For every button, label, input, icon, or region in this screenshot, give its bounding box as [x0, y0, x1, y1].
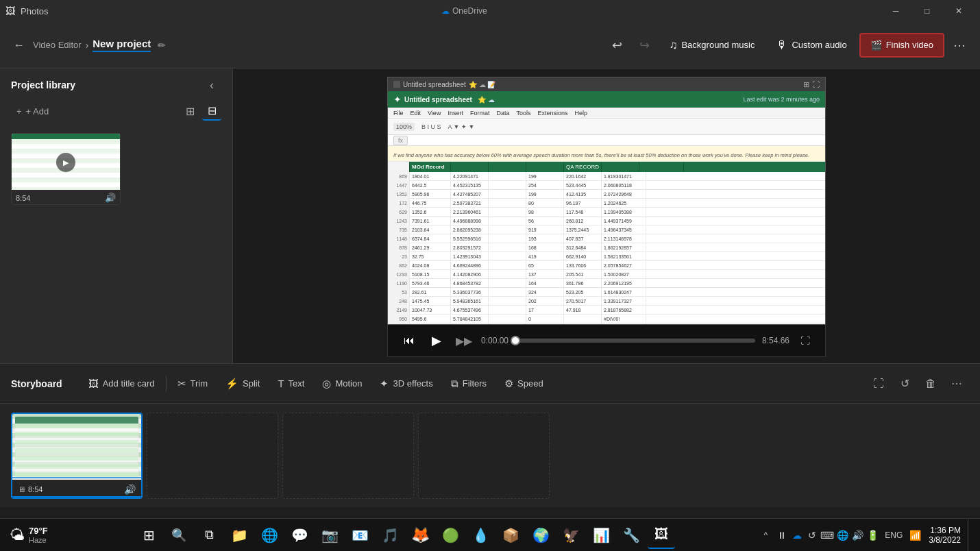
collapse-panel-button[interactable]: ‹ — [202, 75, 221, 95]
menu-view[interactable]: View — [428, 110, 441, 117]
tray-overflow-button[interactable]: ^ — [757, 522, 774, 549]
tray-network-icon[interactable]: 🌐 — [835, 522, 849, 549]
grid-view-button[interactable]: ⊞ — [180, 101, 199, 121]
lang-indicator[interactable]: ENG — [881, 522, 907, 549]
trim-button[interactable]: ✂ Trim — [169, 371, 217, 396]
menu-data[interactable]: Data — [496, 110, 509, 117]
taskbar-app-5[interactable]: 📧 — [346, 522, 373, 549]
trim-icon: ✂ — [177, 378, 186, 390]
play-button[interactable]: ▶ — [426, 330, 447, 351]
onedrive-label: OneDrive — [452, 6, 487, 16]
taskbar-app-7[interactable]: 🦊 — [406, 522, 434, 549]
notice-text: If we find anyone who has accuracy below… — [393, 152, 809, 158]
effects-3d-button[interactable]: ✦ 3D effects — [371, 371, 441, 396]
close-button[interactable]: ✕ — [943, 0, 975, 22]
taskbar-app-11[interactable]: 🌍 — [527, 522, 554, 549]
add-title-card-button[interactable]: 🖼 Add title card — [80, 371, 163, 396]
taskbar-app-9[interactable]: 💧 — [467, 522, 494, 549]
taskbar-app-12[interactable]: 🦅 — [557, 522, 585, 549]
project-library-title: Project library — [11, 79, 75, 90]
timeline-clip[interactable]: 🖥 8:54 🔊 — [11, 413, 143, 499]
resize-button[interactable]: ⛶ — [866, 371, 891, 396]
rewind-button[interactable]: ⏮ — [399, 330, 419, 351]
preview-window: Untitled spreadsheet ⭐ ☁ 📝 ⊞ ⛶ ✦ Untitle… — [387, 77, 826, 325]
menu-format[interactable]: Format — [470, 110, 490, 117]
split-button[interactable]: ⚡ Split — [217, 371, 268, 396]
skip-button[interactable]: ▶▶ — [454, 330, 474, 351]
taskbar-app-10[interactable]: 📦 — [497, 522, 524, 549]
app-name-label: Video Editor — [33, 40, 82, 50]
tray-battery-icon[interactable]: 🔋 — [866, 522, 879, 549]
taskbar-app-3[interactable]: 💬 — [286, 522, 313, 549]
weather-widget[interactable]: 🌤 79°F Haze — [4, 519, 53, 552]
edit-project-name-button[interactable]: ✏ — [158, 40, 166, 51]
redo-button[interactable]: ↪ — [632, 33, 657, 58]
undo-button[interactable]: ↩ — [604, 33, 629, 58]
more-options-button[interactable]: ⋯ — [947, 33, 972, 58]
speed-button[interactable]: ⚙ Speed — [496, 371, 552, 396]
taskview-button[interactable]: ⧉ — [195, 522, 223, 549]
add-media-button[interactable]: + + Add — [11, 103, 54, 119]
plus-icon: + — [16, 106, 22, 117]
taskbar-app-13[interactable]: 📊 — [587, 522, 615, 549]
motion-icon: ◎ — [322, 378, 331, 390]
taskbar-app-2[interactable]: 🌐 — [256, 522, 283, 549]
taskbar-app-1[interactable]: 📁 — [225, 522, 253, 549]
background-music-button[interactable]: ♫ Background music — [659, 33, 764, 58]
menu-edit[interactable]: Edit — [411, 110, 421, 117]
show-desktop-button[interactable] — [968, 519, 976, 552]
menu-extensions[interactable]: Extensions — [537, 110, 567, 117]
tray-keyboard-icon[interactable]: ⌨ — [820, 522, 834, 549]
delete-button[interactable]: 🗑 — [918, 371, 943, 396]
minimize-button[interactable]: ─ — [880, 0, 911, 22]
taskbar-clock[interactable]: 1:36 PM 3/8/2022 — [923, 526, 966, 545]
taskbar-app-4[interactable]: 📷 — [316, 522, 343, 549]
empty-slot-2 — [282, 413, 414, 499]
menu-help[interactable]: Help — [574, 110, 587, 117]
finish-video-button[interactable]: 🎬 Finish video — [859, 33, 944, 58]
audio-icon: 🎙 — [776, 39, 787, 51]
filters-button[interactable]: ⧉ Filters — [443, 371, 495, 396]
clock-date: 3/8/2022 — [929, 535, 961, 545]
taskbar: 🌤 79°F Haze ⊞ 🔍 ⧉ 📁 🌐 💬 📷 📧 🎵 🦊 🟢 💧 📦 🌍 … — [0, 518, 980, 551]
video-thumbnail[interactable]: ▶ 8:54 🔊 — [11, 133, 121, 205]
effects-3d-icon: ✦ — [380, 378, 389, 390]
maximize-button[interactable]: □ — [911, 0, 943, 22]
start-button[interactable]: ⊞ — [135, 522, 162, 549]
taskbar-app-photos[interactable]: 🖼 — [648, 522, 675, 549]
wifi-icon[interactable]: 📶 — [908, 522, 922, 549]
custom-audio-button[interactable]: 🎙 Custom audio — [767, 33, 856, 58]
titlebar-app-name: Photos — [21, 6, 48, 16]
photos-icon: 🖼 — [5, 5, 15, 16]
clip-audio-icon: 🔊 — [124, 484, 136, 495]
motion-button[interactable]: ◎ Motion — [314, 371, 370, 396]
tray-refresh-icon[interactable]: ↺ — [805, 522, 819, 549]
speed-icon: ⚙ — [504, 378, 513, 390]
text-icon: T — [278, 378, 284, 389]
preview-aspect-icon[interactable]: ⛶ — [812, 80, 820, 89]
menu-file[interactable]: File — [393, 110, 404, 117]
text-button[interactable]: T Text — [269, 371, 313, 396]
tray-onedrive-icon[interactable]: ☁ — [790, 522, 804, 549]
menu-tools[interactable]: Tools — [516, 110, 530, 117]
tray-volume-icon[interactable]: 🔊 — [850, 522, 864, 549]
storyboard-more-button[interactable]: ⋯ — [944, 371, 969, 396]
preview-grid-icon[interactable]: ⊞ — [803, 80, 809, 89]
taskbar-app-6[interactable]: 🎵 — [376, 522, 404, 549]
preview-sheet-title: Untitled spreadsheet — [403, 81, 466, 88]
audio-indicator: 🔊 — [105, 193, 116, 203]
search-button[interactable]: 🔍 — [165, 522, 193, 549]
menu-insert[interactable]: Insert — [448, 110, 463, 117]
breadcrumb-chevron: › — [86, 40, 89, 51]
play-overlay[interactable]: ▶ — [56, 153, 75, 172]
onedrive-icon: ☁ — [441, 6, 450, 16]
taskbar-app-14[interactable]: 🔧 — [617, 522, 645, 549]
spreadsheet-title: Untitled spreadsheet — [404, 96, 472, 103]
list-view-button[interactable]: ⊟ — [202, 101, 221, 121]
rotate-button[interactable]: ↺ — [892, 371, 917, 396]
back-button[interactable]: ← — [8, 34, 30, 56]
preview-controls: ⏮ ▶ ▶▶ 0:00.00 8:54.66 ⛶ — [387, 325, 826, 357]
fullscreen-button[interactable]: ⛶ — [796, 332, 814, 350]
progress-bar[interactable] — [515, 339, 755, 343]
taskbar-app-8[interactable]: 🟢 — [437, 522, 464, 549]
